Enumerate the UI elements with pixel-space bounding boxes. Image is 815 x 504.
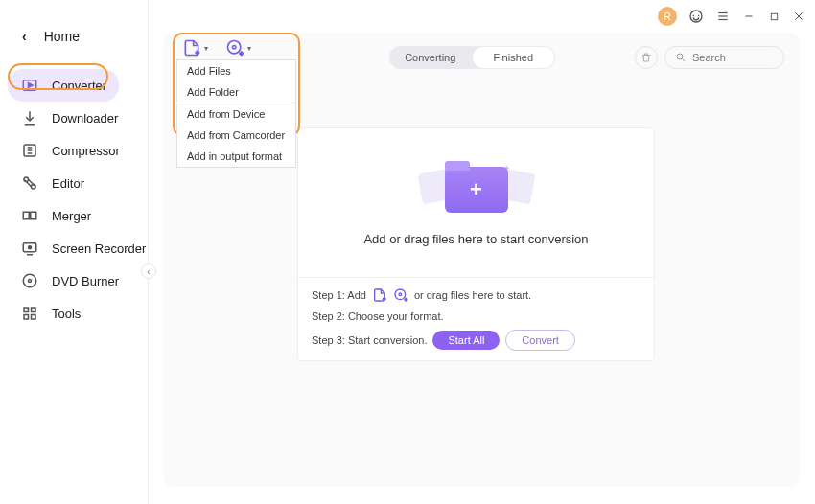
plus-icon: + bbox=[470, 177, 482, 202]
svg-point-19 bbox=[23, 274, 36, 287]
folder-icon: + bbox=[445, 167, 508, 213]
svg-point-27 bbox=[228, 41, 241, 54]
drop-card: ✦ ✦ + Add or drag files here to start co… bbox=[297, 127, 655, 361]
user-avatar[interactable]: R bbox=[658, 7, 677, 26]
svg-rect-14 bbox=[31, 212, 36, 219]
folder-illustration: ✦ ✦ + bbox=[424, 159, 529, 220]
sidebar-item-label: Editor bbox=[52, 176, 84, 191]
tab-converting[interactable]: Converting bbox=[389, 46, 472, 69]
tools-icon bbox=[21, 305, 38, 322]
svg-marker-9 bbox=[29, 83, 34, 88]
svg-point-17 bbox=[29, 246, 32, 249]
sidebar-item-compressor[interactable]: Compressor bbox=[0, 134, 148, 167]
search-box[interactable] bbox=[664, 46, 784, 69]
sidebar: ‹ Home Converter Downloader Compressor E… bbox=[0, 0, 149, 504]
add-dropdown-menu: Add Files Add Folder Add from Device Add… bbox=[176, 59, 296, 168]
drop-area[interactable]: ✦ ✦ + Add or drag files here to start co… bbox=[298, 128, 654, 277]
dropdown-item-add-from-camcorder[interactable]: Add from Camcorder bbox=[177, 125, 295, 146]
sidebar-item-label: Converter bbox=[52, 79, 106, 93]
sidebar-item-converter[interactable]: Converter bbox=[8, 69, 119, 102]
chevron-down-icon: ▾ bbox=[204, 44, 208, 53]
mini-add-disc-icon bbox=[393, 287, 408, 303]
sidebar-item-label: DVD Burner bbox=[52, 274, 119, 288]
sidebar-item-label: Screen Recorder bbox=[52, 241, 146, 256]
svg-rect-22 bbox=[32, 308, 36, 312]
merger-icon bbox=[21, 207, 38, 224]
tab-finished[interactable]: Finished bbox=[473, 47, 555, 68]
step1-pre: Step 1: Add bbox=[312, 289, 366, 301]
close-button[interactable] bbox=[792, 10, 805, 23]
sidebar-item-tools[interactable]: Tools bbox=[0, 297, 148, 330]
segmented-control: Converting Finished bbox=[389, 46, 555, 69]
chevron-down-icon: ▾ bbox=[247, 44, 251, 53]
add-file-button[interactable]: ▾ bbox=[182, 38, 208, 57]
downloader-icon bbox=[21, 109, 38, 126]
step2-text: Step 2: Choose your format. bbox=[312, 310, 444, 322]
back-row[interactable]: ‹ Home bbox=[0, 0, 148, 61]
screen-recorder-icon bbox=[21, 240, 38, 257]
home-label: Home bbox=[44, 29, 80, 44]
nav-list: Converter Downloader Compressor Editor M… bbox=[0, 61, 148, 330]
converter-icon bbox=[21, 77, 38, 94]
search-icon bbox=[675, 52, 687, 63]
sidebar-item-label: Compressor bbox=[52, 144, 120, 158]
svg-rect-5 bbox=[771, 13, 777, 19]
main-area: ▾ ▾ Add Files Add Folder Add from Device… bbox=[149, 33, 815, 504]
step-1: Step 1: Add or drag files here to start. bbox=[312, 287, 640, 303]
step3-text: Step 3: Start conversion. bbox=[312, 334, 427, 346]
svg-point-31 bbox=[677, 54, 683, 59]
start-all-button[interactable]: Start All bbox=[432, 331, 500, 350]
svg-rect-13 bbox=[23, 212, 29, 219]
dropdown-item-add-output-format[interactable]: Add in output format bbox=[177, 146, 295, 167]
svg-point-35 bbox=[395, 289, 406, 300]
svg-rect-23 bbox=[24, 315, 29, 320]
dvd-burner-icon bbox=[21, 272, 38, 289]
step1-post: or drag files here to start. bbox=[414, 289, 531, 301]
workspace: ▾ ▾ Add Files Add Folder Add from Device… bbox=[163, 33, 800, 487]
sidebar-item-editor[interactable]: Editor bbox=[0, 167, 148, 199]
sidebar-item-label: Downloader bbox=[52, 111, 118, 126]
svg-rect-21 bbox=[24, 308, 29, 312]
dropdown-item-add-from-device[interactable]: Add from Device bbox=[177, 103, 295, 125]
minimize-button[interactable] bbox=[742, 10, 756, 23]
sidebar-item-label: Tools bbox=[52, 307, 81, 321]
maximize-button[interactable] bbox=[767, 10, 780, 23]
menu-icon[interactable] bbox=[715, 9, 731, 24]
step-3: Step 3: Start conversion. Start All Conv… bbox=[312, 330, 640, 351]
search-input[interactable] bbox=[692, 52, 769, 63]
sidebar-item-downloader[interactable]: Downloader bbox=[0, 102, 148, 134]
dropdown-item-add-folder[interactable]: Add Folder bbox=[177, 81, 295, 103]
svg-rect-24 bbox=[32, 315, 36, 320]
sidebar-item-screen-recorder[interactable]: Screen Recorder bbox=[0, 232, 148, 264]
add-disc-button[interactable]: ▾ bbox=[225, 38, 251, 57]
sidebar-item-merger[interactable]: Merger bbox=[0, 199, 148, 232]
avatar-initial: R bbox=[664, 11, 670, 22]
convert-button[interactable]: Convert bbox=[505, 330, 575, 351]
back-arrow-icon: ‹ bbox=[22, 29, 27, 44]
steps-panel: Step 1: Add or drag files here to start.… bbox=[298, 277, 654, 360]
svg-line-32 bbox=[683, 59, 686, 62]
mini-add-file-icon bbox=[372, 287, 387, 303]
step-2: Step 2: Choose your format. bbox=[312, 310, 640, 322]
sidebar-item-dvd-burner[interactable]: DVD Burner bbox=[0, 264, 148, 297]
support-icon[interactable] bbox=[688, 9, 704, 24]
clear-list-button[interactable] bbox=[635, 46, 658, 69]
drop-text: Add or drag files here to start conversi… bbox=[363, 232, 588, 246]
dropdown-item-add-files[interactable]: Add Files bbox=[177, 60, 295, 81]
add-buttons-cluster: ▾ ▾ bbox=[182, 38, 251, 57]
svg-point-20 bbox=[29, 280, 32, 283]
editor-icon bbox=[21, 174, 38, 192]
svg-point-36 bbox=[399, 293, 402, 296]
compressor-icon bbox=[21, 142, 38, 159]
sidebar-item-label: Merger bbox=[52, 209, 91, 223]
svg-point-28 bbox=[233, 46, 236, 49]
